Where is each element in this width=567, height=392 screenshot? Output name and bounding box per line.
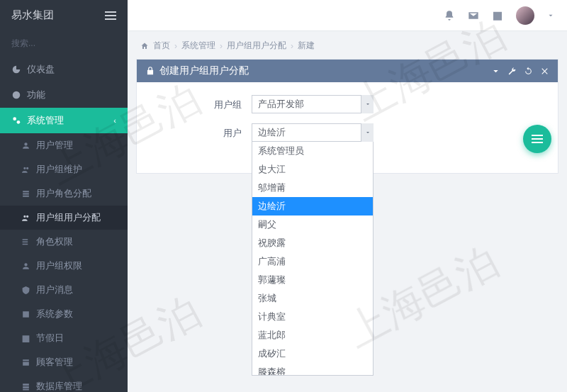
dropdown-option[interactable]: 祝腴露 xyxy=(252,234,373,252)
sidebar-item-label: 用户组维护 xyxy=(36,163,82,176)
menu-item-icon xyxy=(21,165,30,174)
menu-item-icon xyxy=(21,237,30,247)
sidebar-item-label: 系统参数 xyxy=(36,308,73,320)
menu-item-icon xyxy=(21,382,30,391)
sidebar-item[interactable]: 节假日 xyxy=(0,326,128,350)
form-row-user: 用户 边绘沂 系统管理员史大江邬增莆边绘沂嗣父祝腴露广高浦郭蘧璨张城计典室蓝北郎… xyxy=(145,123,549,142)
refresh-icon[interactable] xyxy=(524,67,533,76)
sidebar-item-label: 用户组用户分配 xyxy=(36,211,101,224)
menu-item-icon xyxy=(21,334,30,343)
menu-item-icon xyxy=(21,358,30,367)
dropdown-option[interactable]: 邬增莆 xyxy=(252,179,373,197)
sidebar-item[interactable]: 用户组维护 xyxy=(0,157,128,181)
topbar: 易水集团 xyxy=(0,0,567,31)
user-label: 用户 xyxy=(145,123,252,140)
lock-icon xyxy=(145,66,155,76)
sidebar-section-dashboard[interactable]: 仪表盘 xyxy=(0,57,128,82)
chevron-left-icon: ‹ xyxy=(113,116,116,125)
dropdown-option[interactable]: 史大江 xyxy=(252,160,373,179)
sidebar-item-label: 顾客管理 xyxy=(36,356,73,369)
mail-icon[interactable] xyxy=(468,10,479,21)
sidebar-label: 功能 xyxy=(27,89,45,101)
menu-item-icon xyxy=(21,213,30,223)
dropdown-option[interactable]: 嗣父 xyxy=(252,215,373,234)
gauge-icon xyxy=(11,65,21,74)
sidebar-item[interactable]: 数据库管理 xyxy=(0,374,128,392)
sidebar-item-label: 用户消息 xyxy=(36,284,73,296)
dropdown-option[interactable]: 边绘沂 xyxy=(252,197,373,215)
user-select[interactable]: 边绘沂 系统管理员史大江邬增莆边绘沂嗣父祝腴露广高浦郭蘧璨张城计典室蓝北郎成矽汇… xyxy=(252,123,374,142)
breadcrumb-home[interactable]: 首页 xyxy=(153,40,170,52)
dropdown-option[interactable]: 系统管理员 xyxy=(252,142,373,160)
chevron-down-icon[interactable] xyxy=(491,67,500,76)
breadcrumb-current: 新建 xyxy=(298,40,315,52)
close-icon[interactable] xyxy=(540,67,549,76)
sidebar-item[interactable]: 系统参数 xyxy=(0,302,128,326)
panel-body: 用户组 产品开发部 用户 边绘沂 系统管理员史大江邬增莆边绘沂嗣父祝腴露广高浦郭… xyxy=(137,82,558,173)
group-label: 用户组 xyxy=(145,95,252,111)
search-row xyxy=(0,31,128,57)
breadcrumb-item[interactable]: 用户组用户分配 xyxy=(227,40,286,52)
menu-item-icon xyxy=(21,141,30,150)
sidebar-label: 系统管理 xyxy=(27,114,64,127)
panel-tools xyxy=(491,67,549,76)
globe-icon xyxy=(11,90,21,100)
sidebar-item-label: 数据库管理 xyxy=(36,380,82,392)
menu-item-icon xyxy=(21,286,30,295)
svg-point-4 xyxy=(17,121,21,124)
dropdown-option[interactable]: 计典室 xyxy=(252,308,373,326)
form-row-group: 用户组 产品开发部 xyxy=(145,95,549,113)
svg-point-3 xyxy=(13,117,16,121)
sidebar-item[interactable]: 用户消息 xyxy=(0,278,128,302)
sidebar-item[interactable]: 顾客管理 xyxy=(0,350,128,374)
sidebar-section-sysmgmt[interactable]: 系统管理 ‹ xyxy=(0,108,128,133)
dropdown-option[interactable]: 广高浦 xyxy=(252,252,373,271)
search-input[interactable] xyxy=(11,38,118,48)
topbar-right xyxy=(128,6,567,25)
fab-menu-button[interactable] xyxy=(523,125,551,153)
sidebar-item[interactable]: 用户组权限 xyxy=(0,254,128,278)
brand-area: 易水集团 xyxy=(0,0,128,31)
sidebar-item-label: 用户组权限 xyxy=(36,259,82,272)
menu-item-icon xyxy=(21,310,30,319)
sidebar-item-label: 角色权限 xyxy=(36,235,73,248)
dropdown-option[interactable]: 滕森榕 xyxy=(252,363,373,376)
breadcrumb: 首页 › 系统管理 › 用户组用户分配 › 新建 xyxy=(128,31,567,59)
sidebar-item-label: 用户管理 xyxy=(36,139,73,152)
sidebar-item[interactable]: 用户管理 xyxy=(0,133,128,157)
breadcrumb-item[interactable]: 系统管理 xyxy=(181,40,215,52)
sidebar-item-label: 用户角色分配 xyxy=(36,187,91,200)
sidebar-item[interactable]: 角色权限 xyxy=(0,230,128,254)
chevron-down-icon[interactable] xyxy=(547,12,554,19)
group-select-value: 产品开发部 xyxy=(258,98,304,111)
sidebar: 仪表盘 功能 系统管理 ‹ 用户管理用户组维护用户角色分配用户组用户分配角色权限… xyxy=(0,31,128,392)
bell-icon[interactable] xyxy=(444,10,455,21)
menu-item-icon xyxy=(21,189,30,198)
chevron-down-icon[interactable] xyxy=(361,123,374,142)
avatar[interactable] xyxy=(516,6,534,25)
dropdown-option[interactable]: 蓝北郎 xyxy=(252,326,373,345)
dropdown-option[interactable]: 成矽汇 xyxy=(252,345,373,363)
home-icon[interactable] xyxy=(140,42,149,50)
group-select[interactable]: 产品开发部 xyxy=(252,95,374,113)
wrench-icon[interactable] xyxy=(507,67,517,76)
panel: 创建用户组用户分配 用户组 产品开发部 用户 xyxy=(136,59,558,174)
user-dropdown[interactable]: 系统管理员史大江邬增莆边绘沂嗣父祝腴露广高浦郭蘧璨张城计典室蓝北郎成矽汇滕森榕桑… xyxy=(252,142,374,376)
sidebar-item[interactable]: 用户组用户分配 xyxy=(0,206,128,230)
menu-item-icon xyxy=(21,262,30,271)
menu-toggle-icon[interactable] xyxy=(105,11,116,20)
dropdown-option[interactable]: 郭蘧璨 xyxy=(252,271,373,289)
cogs-icon xyxy=(11,116,21,125)
sidebar-label: 仪表盘 xyxy=(27,63,55,76)
sidebar-item[interactable]: 用户角色分配 xyxy=(0,181,128,206)
panel-header: 创建用户组用户分配 xyxy=(137,60,558,82)
panel-title: 创建用户组用户分配 xyxy=(159,65,249,77)
calendar-icon[interactable] xyxy=(492,10,503,21)
brand-name: 易水集团 xyxy=(11,9,54,22)
sidebar-item-label: 节假日 xyxy=(36,332,64,345)
dropdown-option[interactable]: 张城 xyxy=(252,289,373,308)
chevron-down-icon[interactable] xyxy=(361,95,374,113)
svg-point-2 xyxy=(13,91,21,99)
sidebar-section-features[interactable]: 功能 xyxy=(0,82,128,108)
content-area: 首页 › 系统管理 › 用户组用户分配 › 新建 创建用户组用户分配 xyxy=(128,31,567,392)
